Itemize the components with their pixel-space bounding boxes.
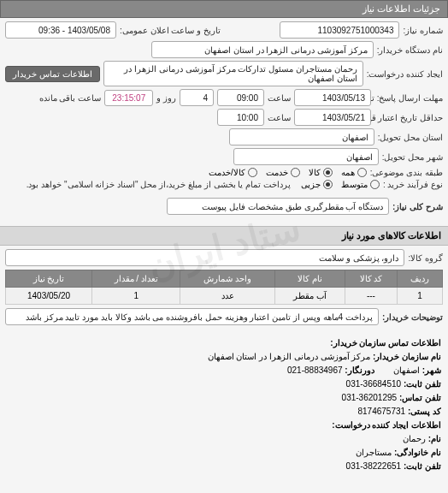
page-title: جزئیات اطلاعات نیاز	[363, 3, 440, 14]
cell-row: 1	[397, 288, 442, 305]
deadline-time-label: ساعت	[268, 93, 291, 103]
post-label: کد پستی:	[408, 407, 441, 416]
budget-opt-all-label: همه	[341, 168, 355, 177]
name-label: نام:	[428, 434, 441, 443]
org-label: نام سازمان خریدار:	[373, 352, 441, 361]
contact-section2-title: اطلاعات ایجاد کننده درخواست:	[7, 419, 441, 432]
goods-table: ردیف کد کالا نام کالا واحد شمارش تعداد /…	[5, 270, 443, 305]
cell-unit: عدد	[180, 288, 275, 305]
validity-label: حداقل تاریخ اعتبار قیمت: تا تاریخ:	[374, 113, 443, 122]
budget-opt-all[interactable]: همه	[341, 168, 367, 177]
cell-code: ---	[345, 288, 397, 305]
city-label: شهر محل تحویل:	[382, 152, 443, 162]
page-header: جزئیات اطلاعات نیاز	[0, 0, 448, 18]
remaining-suffix-label: ساعت باقی مانده	[39, 93, 102, 103]
general-desc-field: دستگاه آب مقطرگیری طبق مشخصات فایل پیوست	[167, 198, 389, 215]
th-code: کد کالا	[345, 270, 397, 288]
radio-icon	[323, 180, 333, 189]
budget-opt-goods[interactable]: کالا	[309, 168, 333, 177]
radio-icon	[323, 168, 333, 177]
fax-value: 36201295-031	[342, 393, 398, 402]
phone-label: تلفن ثابت:	[404, 379, 441, 389]
contact-section1-title: اطلاعات تماس سازمان خریدار:	[7, 336, 441, 350]
budget-opt-goods-service[interactable]: کالا/خدمت	[209, 168, 257, 177]
requester-label: ایجاد کننده درخواست:	[367, 69, 443, 79]
th-qty: تعداد / مقدار	[92, 270, 180, 288]
goods-group-label: گروه کالا:	[408, 253, 443, 263]
cell-name: آب مقطر	[275, 288, 345, 305]
announce-label: تاریخ و ساعت اعلان عمومی:	[120, 26, 221, 35]
budget-opt-service-label: خدمت	[266, 168, 288, 177]
remaining-days-field: 4	[180, 89, 214, 106]
contact-info-button[interactable]: اطلاعات تماس خریدار	[5, 66, 100, 82]
purchase-opt-partial-label: جزیی	[301, 180, 321, 189]
purchase-type-label: نوع فرآیند خرید :	[383, 180, 443, 189]
deadline-time-field: 09:00	[217, 89, 264, 106]
purchase-opt-mid[interactable]: متوسط	[341, 180, 380, 189]
goods-group-field: دارو، پزشکی و سلامت	[5, 249, 404, 266]
contact-city-label: شهر:	[422, 365, 441, 375]
buyer-device-field: مرکز آموزشی درمانی الزهرا در استان اصفها…	[151, 41, 374, 58]
dorbari-value: 88834967-021	[287, 365, 343, 375]
city-field: اصفهان	[233, 148, 379, 165]
deadline-label: مهلت ارسال پاسخ: تا تاریخ:	[374, 93, 443, 103]
lname-value: مستاجران	[356, 448, 392, 457]
lname-label: نام خانوادگی:	[394, 448, 441, 457]
th-row: ردیف	[397, 270, 442, 288]
phone-value: 36684510-031	[346, 379, 402, 389]
purchase-radio-group: متوسط جزیی	[301, 180, 380, 189]
th-name: نام کالا	[275, 270, 345, 288]
org-value: مرکز آموزشی درمانی الزهرا در استان اصفها…	[208, 352, 371, 361]
purchase-note: پرداخت تمام یا بخشی از مبلغ خرید،از محل …	[27, 180, 291, 189]
name-value: رحمان	[403, 434, 426, 443]
cell-qty: 1	[92, 288, 180, 305]
phone2-value: 38222651-031	[346, 461, 402, 471]
announce-field: 1403/05/08 - 09:36	[5, 21, 116, 39]
province-field: اصفهان	[229, 128, 374, 146]
deadline-date-field: 1403/05/13	[294, 89, 371, 106]
fax-label: تلفن تماس:	[399, 393, 441, 402]
need-number-label: شماره نیاز:	[403, 26, 443, 35]
need-number-field: 1103092751000343	[280, 21, 399, 39]
contact-city-value: اصفهان	[393, 365, 420, 375]
radio-icon	[291, 168, 300, 177]
contact-section: اطلاعات تماس سازمان خریدار: نام سازمان خ…	[0, 331, 448, 478]
budget-opt-goods-service-label: کالا/خدمت	[209, 168, 245, 177]
province-label: استان محل تحویل:	[378, 133, 443, 142]
requester-field: رحمان مستاجران مسئول تدارکات مرکز آموزشی…	[103, 61, 363, 86]
budget-opt-goods-label: کالا	[309, 168, 321, 177]
radio-icon	[248, 168, 257, 177]
main-form: شماره نیاز: 1103092751000343 تاریخ و ساع…	[0, 18, 448, 221]
th-unit: واحد شمارش	[180, 270, 275, 288]
radio-icon	[370, 180, 380, 189]
buyer-device-label: نام دستگاه خریدار:	[377, 45, 443, 55]
cell-date: 1403/05/20	[6, 288, 92, 305]
budget-opt-service[interactable]: خدمت	[266, 168, 300, 177]
phone2-label: تلفن ثابت:	[404, 461, 441, 471]
post-value: 8174675731	[357, 407, 405, 416]
buyer-notes-label: توضیحات خریدار:	[382, 312, 443, 322]
remaining-days-label: روز و	[156, 93, 176, 103]
remaining-timer: 23:15:07	[104, 90, 153, 106]
goods-section-title: اطلاعات کالاهای مورد نیاز	[0, 226, 448, 246]
purchase-opt-mid-label: متوسط	[341, 180, 368, 189]
radio-icon	[357, 168, 367, 177]
purchase-opt-partial[interactable]: جزیی	[301, 180, 333, 189]
validity-time-field: 10:00	[217, 109, 264, 126]
dorbari-label: دورنگار:	[345, 365, 374, 375]
validity-time-label: ساعت	[268, 113, 291, 122]
budget-class-label: طبقه بندی موضوعی:	[370, 168, 443, 177]
general-desc-label: شرح کلی نیاز:	[392, 202, 443, 211]
buyer-notes-field: پرداخت 4ماهه وپس از تامین اعتبار وهزینه …	[5, 308, 379, 325]
table-row: 1 --- آب مقطر عدد 1 1403/05/20	[6, 288, 443, 305]
budget-radio-group: همه کالا خدمت کالا/خدمت	[209, 168, 367, 177]
th-date: تاریخ نیاز	[6, 270, 92, 288]
validity-date-field: 1403/05/21	[294, 109, 371, 126]
